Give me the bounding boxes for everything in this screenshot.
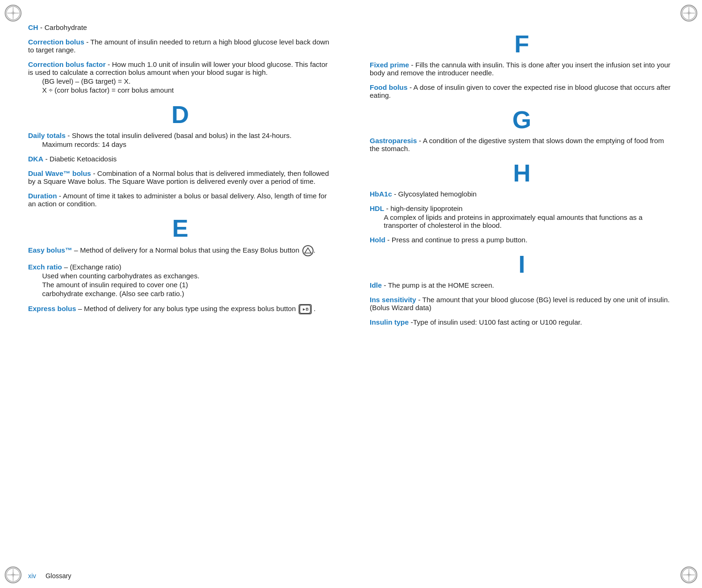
term-idle: Idle - The pump is at the HOME screen.	[370, 281, 674, 289]
term-fb-sep: -	[408, 83, 414, 91]
term-ch-sep: -	[38, 23, 44, 31]
footer-label: Glossary	[45, 572, 71, 580]
term-dual-wave: Dual Wave™ bolus - Combination of a Norm…	[28, 169, 332, 185]
corner-br	[680, 566, 697, 583]
term-hdl-sep: -	[384, 204, 390, 212]
term-correction-bolus-factor: Correction bolus factor - How much 1.0 u…	[28, 60, 332, 94]
section-h-letter: H	[370, 161, 674, 185]
term-ch-keyword: CH	[28, 23, 38, 31]
term-gp-keyword: Gastroparesis	[370, 137, 417, 145]
term-easy-bolus: Easy bolus™ – Method of delivery for a N…	[28, 245, 332, 256]
term-eb-sep: –	[72, 246, 80, 254]
term-cbf-keyword: Correction bolus factor	[28, 60, 106, 68]
term-is-keyword: Ins sensitivity	[370, 296, 416, 304]
term-er-indent1: Used when counting carbohydrates as exch…	[28, 272, 332, 280]
term-dka-keyword: DKA	[28, 155, 44, 163]
term-food-bolus: Food bolus - A dose of insulin given to …	[370, 83, 674, 99]
term-gastroparesis: Gastroparesis - A condition of the diges…	[370, 137, 674, 152]
term-er-indent2: The amount of insulin required to cover …	[28, 281, 332, 289]
term-fb-keyword: Food bolus	[370, 83, 408, 91]
term-duration: Duration - Amount of time it takes to ad…	[28, 192, 332, 208]
term-dt-sep: -	[66, 131, 72, 139]
term-er-sep: –	[62, 263, 70, 271]
term-hold: Hold - Press and continue to press a pum…	[370, 236, 674, 244]
term-exb-keyword: Express bolus	[28, 305, 76, 312]
term-dw-sep: -	[91, 169, 97, 177]
term-idle-def: The pump is at the HOME screen.	[388, 281, 494, 289]
term-it-sep: -	[409, 318, 413, 326]
corner-bl	[5, 566, 22, 583]
page: CH - Carbohydrate Correction bolus - The…	[0, 0, 702, 588]
term-hba-def: Glycosylated hemoglobin	[398, 190, 477, 198]
section-e-letter: E	[28, 216, 332, 240]
term-it-def: Type of insulin used: U100 fast acting o…	[413, 318, 582, 326]
footer-page-num: xiv	[28, 572, 36, 580]
term-dur-keyword: Duration	[28, 192, 57, 200]
svg-text:►B: ►B	[302, 307, 309, 312]
term-cbf-indent2: X ÷ (corr bolus factor) = corr bolus amo…	[28, 86, 332, 94]
term-hba-keyword: HbA1c	[370, 190, 392, 198]
term-hdl: HDL - high-density lipoprotein A complex…	[370, 204, 674, 229]
term-eb-keyword: Easy bolus™	[28, 246, 72, 254]
term-dw-keyword: Dual Wave™ bolus	[28, 169, 91, 177]
term-dka: DKA - Diabetic Ketoacidosis	[28, 155, 332, 163]
section-g-letter: G	[370, 108, 674, 132]
term-gp-sep: -	[417, 137, 423, 145]
term-dka-sep: -	[44, 155, 50, 163]
term-exb-sep: –	[76, 305, 84, 312]
term-hold-def: Press and continue to press a pump butto…	[392, 236, 527, 244]
term-hdl-indent: A complex of lipids and proteins in appr…	[370, 213, 674, 229]
term-cbf-indent1: (BG level) – (BG target) = X.	[28, 77, 332, 85]
term-idle-sep: -	[382, 281, 388, 289]
term-exch-ratio: Exch ratio – (Exchange ratio) Used when …	[28, 263, 332, 298]
svg-marker-12	[305, 248, 311, 253]
term-correction-bolus-keyword: Correction bolus	[28, 38, 84, 46]
term-insulin-type: Insulin type -Type of insulin used: U100…	[370, 318, 674, 326]
term-dt-keyword: Daily totals	[28, 131, 66, 139]
term-express-bolus: Express bolus – Method of delivery for a…	[28, 304, 332, 314]
term-hba1c: HbA1c - Glycosylated hemoglobin	[370, 190, 674, 198]
term-correction-bolus: Correction bolus - The amount of insulin…	[28, 38, 332, 54]
term-dt-indent: Maximum records: 14 days	[28, 140, 332, 148]
term-exb-def: Method of delivery for any bolus type us…	[84, 305, 296, 312]
section-d-letter: D	[28, 102, 332, 127]
easy-bolus-icon	[302, 245, 314, 256]
term-dt-def: Shows the total insulin delivered (basal…	[72, 131, 291, 139]
term-hdl-def: high-density lipoprotein	[390, 204, 462, 212]
section-i-letter: I	[370, 252, 674, 276]
term-dka-def: Diabetic Ketoacidosis	[50, 155, 117, 163]
term-hdl-keyword: HDL	[370, 204, 384, 212]
term-fp-sep: -	[409, 61, 415, 69]
section-f-letter: F	[370, 32, 674, 56]
corner-tl	[5, 5, 22, 22]
term-fixed-prime: Fixed prime - Fills the cannula with ins…	[370, 61, 674, 77]
term-ch-def: Carbohydrate	[44, 23, 87, 31]
right-column: F Fixed prime - Fills the cannula with i…	[365, 23, 674, 333]
term-it-keyword: Insulin type	[370, 318, 409, 326]
term-er-keyword: Exch ratio	[28, 263, 62, 271]
express-bolus-icon: ►B	[299, 304, 312, 314]
term-er-def: (Exchange ratio)	[70, 263, 121, 271]
term-er-indent3: carbohydrate exchange. (Also see carb ra…	[28, 290, 332, 298]
term-dur-def: Amount of time it takes to administer a …	[28, 192, 327, 208]
term-ch: CH - Carbohydrate	[28, 23, 332, 31]
term-daily-totals: Daily totals - Shows the total insulin d…	[28, 131, 332, 148]
corner-tr	[680, 5, 697, 22]
term-ins-sensitivity: Ins sensitivity - The amount that your b…	[370, 296, 674, 312]
term-eb-def: Method of delivery for a Normal bolus th…	[80, 246, 300, 254]
term-hba-sep: -	[392, 190, 398, 198]
term-idle-keyword: Idle	[370, 281, 382, 289]
term-correction-bolus-sep: -	[84, 38, 90, 46]
left-column: CH - Carbohydrate Correction bolus - The…	[28, 23, 346, 333]
term-fb-def: A dose of insulin given to cover the exp…	[370, 83, 671, 99]
term-hold-keyword: Hold	[370, 236, 385, 244]
term-dur-sep: -	[57, 192, 63, 200]
footer: xiv Glossary	[28, 572, 71, 580]
term-cbf-sep: -	[106, 60, 112, 68]
term-hold-sep: -	[385, 236, 391, 244]
term-is-sep: -	[416, 296, 422, 304]
term-fp-keyword: Fixed prime	[370, 61, 409, 69]
